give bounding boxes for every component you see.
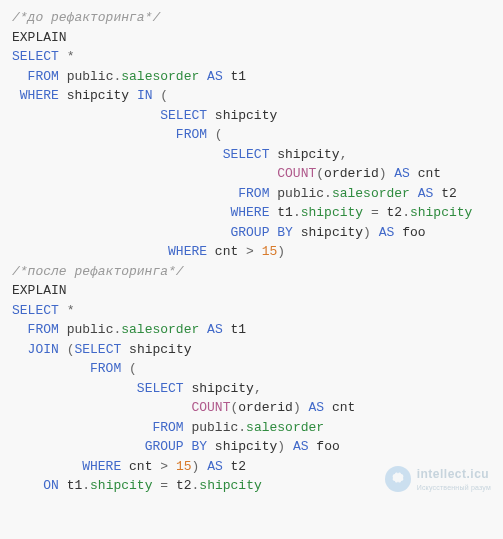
- comment-before: /*до рефакторинга*/: [12, 8, 491, 28]
- code-line: EXPLAIN: [12, 28, 491, 48]
- code-line: COUNT(orderid) AS cnt: [12, 164, 491, 184]
- comment-after: /*после рефакторинга*/: [12, 262, 491, 282]
- code-line: WHERE shipcity IN (: [12, 86, 491, 106]
- code-line: WHERE cnt > 15): [12, 242, 491, 262]
- code-line: FROM (: [12, 359, 491, 379]
- code-line: SELECT shipcity,: [12, 145, 491, 165]
- code-line: SELECT *: [12, 301, 491, 321]
- code-line: WHERE t1.shipcity = t2.shipcity: [12, 203, 491, 223]
- code-line: SELECT *: [12, 47, 491, 67]
- code-line: FROM public.salesorder AS t2: [12, 184, 491, 204]
- code-line: GROUP BY shipcity) AS foo: [12, 223, 491, 243]
- code-line: GROUP BY shipcity) AS foo: [12, 437, 491, 457]
- code-line: SELECT shipcity: [12, 106, 491, 126]
- code-line: FROM public.salesorder AS t1: [12, 67, 491, 87]
- code-line: EXPLAIN: [12, 281, 491, 301]
- code-line: FROM public.salesorder AS t1: [12, 320, 491, 340]
- code-line: FROM public.salesorder: [12, 418, 491, 438]
- code-line: COUNT(orderid) AS cnt: [12, 398, 491, 418]
- code-line: WHERE cnt > 15) AS t2: [12, 457, 491, 477]
- code-block: /*до рефакторинга*/ EXPLAIN SELECT * FRO…: [12, 8, 491, 496]
- code-line: JOIN (SELECT shipcity: [12, 340, 491, 360]
- code-line: SELECT shipcity,: [12, 379, 491, 399]
- code-line: ON t1.shipcity = t2.shipcity: [12, 476, 491, 496]
- code-line: FROM (: [12, 125, 491, 145]
